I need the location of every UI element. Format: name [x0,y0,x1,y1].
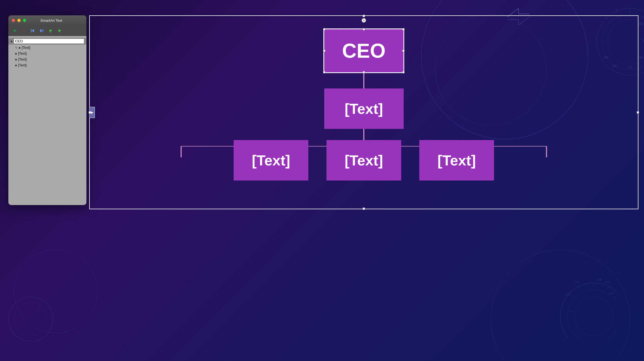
tree-child-item-2[interactable]: ■ [Text] [8,50,86,56]
svg-line-23 [572,297,575,299]
level3-row: [Text] [Text] [Text] [234,140,494,181]
move-down-button[interactable] [56,27,63,34]
child-bullet-2: ■ [15,52,17,55]
rotate-handle[interactable]: ↻ [362,18,366,23]
level3-box-3[interactable]: [Text] [419,140,494,181]
ceo-input[interactable] [14,38,84,44]
handle-bottom-center[interactable] [363,71,365,73]
level3-label-2: [Text] [345,152,383,169]
gauge-bottom-right: 0.05 0.04 0.03 0.02 0.01 [538,261,616,339]
svg-line-4 [641,17,644,20]
indent-left-button[interactable] [29,27,36,34]
minimize-button[interactable] [17,19,21,22]
canvas-area[interactable]: ▶ ↻ CEO [89,15,638,209]
level3-label-3: [Text] [437,152,476,169]
svg-marker-33 [32,29,34,32]
svg-point-18 [574,297,613,336]
svg-text:0.02: 0.02 [574,281,579,283]
svg-text:180: 180 [638,56,643,59]
level2-label: [Text] [345,100,383,117]
add-item-button[interactable]: + [11,27,18,34]
indent-right-button[interactable] [38,27,45,34]
svg-point-31 [14,302,47,336]
ceo-label: CEO [342,39,386,62]
handle-top-center[interactable] [363,28,365,30]
panel-title: SmartArt Text [28,18,74,23]
root-bullet: ■ [11,40,13,43]
tree-child-item-3[interactable]: ■ [Text] [8,56,86,62]
child-bullet-3: ■ [15,58,17,61]
tree-content: ■ ↳ ■ [Text] ■ [Text] ■ [Text] ■ [Text] [8,36,86,205]
ceo-box[interactable]: CEO [323,28,404,73]
tree-child-label-3: [Text] [18,57,27,61]
child-bullet-1: ■ [19,46,21,49]
handle-top-right[interactable] [402,28,405,30]
svg-text:200: 200 [638,23,643,26]
svg-text:0.03: 0.03 [605,281,610,283]
smartart-panel: SmartArt Text + − ■ ↳ ■ [Text] ■ [8,15,86,205]
svg-text:0.05: 0.05 [597,278,602,281]
svg-marker-35 [40,29,42,32]
svg-text:0.01: 0.01 [566,293,571,296]
child-arrow-icon: ↳ [15,46,18,49]
tree-child-label-1: [Text] [22,45,30,50]
tree-child-label-4: [Text] [18,63,27,67]
org-chart: ↻ CEO [Text] [Text] [90,16,638,209]
tree-child-item-4[interactable]: ■ [Text] [8,62,86,68]
svg-point-17 [567,290,616,339]
tree-child-item-1[interactable]: ↳ ■ [Text] [8,45,86,50]
level2-box[interactable]: [Text] [324,88,404,129]
svg-marker-39 [58,30,61,32]
svg-line-8 [616,8,618,13]
maximize-button[interactable] [23,19,26,22]
level2-node[interactable]: [Text] [324,88,404,129]
remove-item-button[interactable]: − [20,27,27,34]
svg-marker-37 [49,29,52,31]
svg-point-30 [8,297,53,341]
svg-text:190: 190 [643,39,644,42]
move-up-button[interactable] [47,27,54,34]
ceo-node[interactable]: ↻ CEO [323,24,404,73]
child-bullet-4: ■ [15,64,17,67]
level3-label-1: [Text] [252,152,290,169]
handle-bottom-right[interactable] [402,71,405,73]
level3-box-1[interactable]: [Text] [234,140,308,181]
tree-child-label-2: [Text] [18,51,27,56]
handle-middle-left[interactable] [323,50,325,52]
handle-top-left[interactable] [323,28,325,30]
svg-text:0.04: 0.04 [609,292,614,295]
handle-middle-right[interactable] [402,50,405,52]
level3-box-2[interactable]: [Text] [326,140,401,181]
tree-root-item[interactable]: ■ [8,38,86,45]
svg-point-32 [20,308,42,330]
handle-bottom-left[interactable] [323,71,325,73]
svg-line-20 [613,297,616,299]
panel-titlebar: SmartArt Text [8,15,86,25]
close-button[interactable] [12,19,15,22]
gauge-bottom-left [3,291,59,347]
svg-line-7 [638,63,641,66]
panel-toolbar: + − [8,25,86,36]
